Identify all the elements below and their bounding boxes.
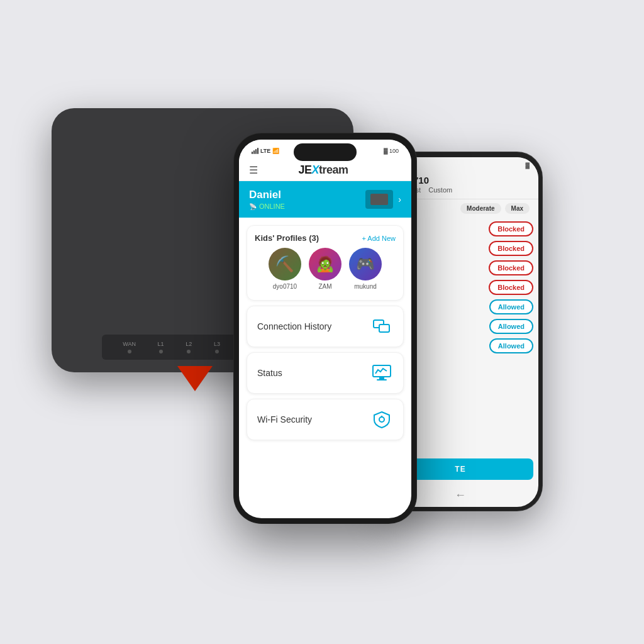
profile-name-zam: ZAM (318, 283, 331, 290)
app-header: ☰ JEXtream (239, 160, 411, 181)
menu-card-connection-history[interactable]: Connection History (247, 306, 404, 347)
hamburger-icon[interactable]: ☰ (249, 164, 258, 176)
status-icon (370, 362, 393, 384)
svg-point-5 (379, 417, 384, 422)
port-l2: L2 (186, 341, 192, 353)
profile-dyo[interactable]: ⛏️ dyo0710 (269, 248, 301, 290)
section-header: Kids' Profiles (3) + Add New (255, 233, 396, 243)
user-card[interactable]: Daniel 📡 ONLINE › (239, 181, 411, 218)
wifi-security-label: Wi-Fi Security (257, 414, 312, 425)
online-icon: 📡 (249, 203, 257, 210)
sec-battery-icon: ▓ (525, 162, 530, 169)
user-device: › (365, 190, 401, 209)
device-icon (365, 190, 393, 209)
status-badge-blocked-2: Blocked (489, 241, 533, 256)
port-l3: L3 (214, 341, 220, 353)
scene: JEXtream WAN L1 L2 L3 L4 (39, 70, 605, 574)
profile-name-mukund: mukund (354, 283, 377, 290)
profile-mukund[interactable]: 🎮 mukund (349, 248, 382, 290)
battery-label: ▓ 100 (384, 148, 399, 154)
status-left: LTE 📶 (252, 148, 279, 154)
status-badge-allowed-3: Allowed (489, 338, 533, 353)
carrier-label: LTE (260, 148, 270, 154)
app-logo: JEXtream (298, 164, 348, 177)
status-badge-allowed-1: Allowed (489, 299, 533, 314)
status-badge-blocked-1: Blocked (489, 221, 533, 236)
max-button[interactable]: Max (505, 203, 530, 214)
connection-history-icon (370, 315, 393, 338)
menu-card-wifi-security[interactable]: Wi-Fi Security (247, 399, 404, 440)
chevron-right-icon: › (398, 194, 401, 204)
user-status: 📡 ONLINE (249, 203, 285, 210)
add-new-button[interactable]: + Add New (362, 235, 396, 242)
port-wan: WAN (123, 341, 136, 353)
wifi-icon: 📶 (272, 148, 279, 154)
svg-rect-4 (377, 379, 387, 380)
phone-main-screen: LTE 📶 9:41 AM ▓ 100 ☰ JEXtream Daniel (239, 140, 411, 518)
router-indicator (177, 366, 213, 391)
status-label: Status (257, 368, 282, 378)
profile-avatar-dyo: ⛏️ (269, 248, 301, 280)
svg-rect-1 (379, 325, 389, 332)
signal-bars (252, 148, 258, 154)
menu-card-status[interactable]: Status (247, 352, 404, 394)
profile-avatar-zam: 🧟 (309, 248, 341, 280)
app-content: Kids' Profiles (3) + Add New ⛏️ dyo0710 … (239, 218, 411, 518)
status-badge-allowed-2: Allowed (489, 319, 533, 334)
profiles-row: ⛏️ dyo0710 🧟 ZAM 🎮 mukund (255, 248, 396, 290)
kids-section: Kids' Profiles (3) + Add New ⛏️ dyo0710 … (247, 225, 404, 301)
phone-main: LTE 📶 9:41 AM ▓ 100 ☰ JEXtream Daniel (234, 133, 416, 523)
port-l1: L1 (158, 341, 164, 353)
moderate-button[interactable]: Moderate (460, 203, 501, 214)
wifi-security-icon (370, 408, 393, 431)
svg-rect-3 (379, 377, 384, 379)
profile-name-dyo: dyo0710 (273, 283, 297, 290)
custom-tag: Custom (428, 186, 452, 194)
kids-profiles-title: Kids' Profiles (3) (255, 233, 319, 243)
phone-notch (294, 143, 357, 161)
profile-avatar-mukund: 🎮 (349, 248, 382, 280)
status-badge-blocked-3: Blocked (489, 260, 533, 275)
user-info: Daniel 📡 ONLINE (249, 189, 285, 210)
user-name: Daniel (249, 189, 285, 201)
status-badge-blocked-4: Blocked (489, 280, 533, 295)
connection-history-label: Connection History (257, 321, 331, 331)
profile-zam[interactable]: 🧟 ZAM (309, 248, 341, 290)
back-arrow-icon[interactable]: ← (455, 489, 466, 501)
